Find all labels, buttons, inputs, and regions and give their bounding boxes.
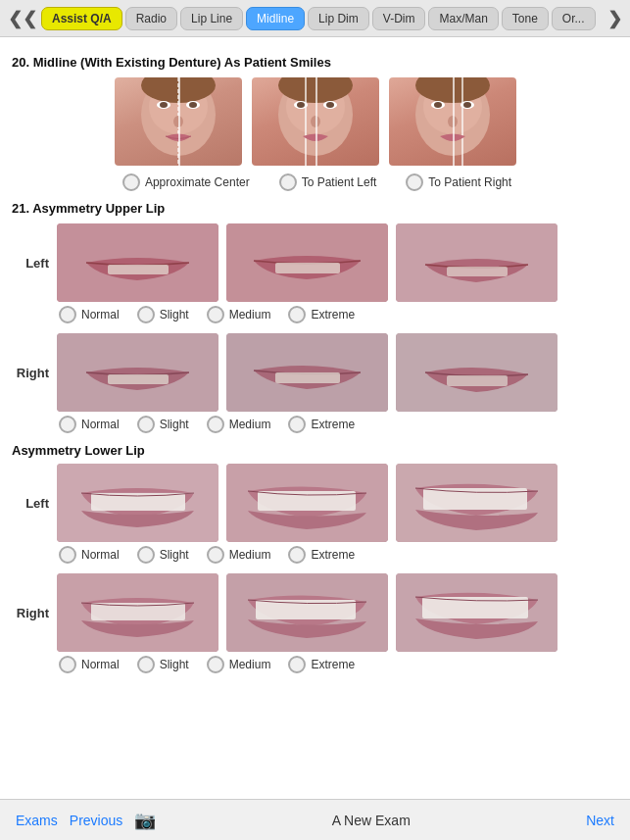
lower-right-normal[interactable]: Normal — [59, 656, 120, 673]
q20-radio-row: Approximate Center To Patient Left To Pa… — [16, 173, 618, 191]
q21-right-radio-row: Normal Slight Medium Extreme — [59, 416, 618, 433]
lower-left-medium[interactable]: Medium — [207, 546, 271, 564]
q21-left-slight[interactable]: Slight — [137, 306, 189, 323]
q20-label-left: To Patient Left — [302, 175, 377, 189]
q20-image-center — [115, 77, 242, 166]
tab-lip-line[interactable]: Lip Line — [180, 7, 243, 30]
lower-right-img1 — [57, 573, 218, 652]
tab-assist-qa[interactable]: Assist Q/A — [41, 7, 122, 30]
svg-rect-30 — [275, 263, 340, 273]
lower-left-normal[interactable]: Normal — [59, 546, 120, 564]
svg-point-23 — [434, 102, 442, 108]
q21-left-images — [57, 223, 557, 302]
svg-rect-36 — [275, 372, 340, 383]
svg-point-17 — [311, 116, 320, 127]
q21-left-label: Left — [12, 256, 49, 271]
q21-left-extreme[interactable]: Extreme — [288, 306, 355, 323]
svg-rect-44 — [423, 488, 527, 510]
q20-option-left[interactable]: To Patient Left — [279, 173, 377, 191]
bottom-bar: Exams Previous 📷 A New Exam Next — [0, 799, 630, 840]
q21-right-medium[interactable]: Medium — [207, 416, 271, 433]
tab-midline[interactable]: Midline — [246, 7, 305, 30]
next-button[interactable]: Next — [586, 813, 614, 828]
q21-left-normal[interactable]: Normal — [59, 306, 120, 323]
svg-point-14 — [297, 102, 305, 108]
svg-rect-28 — [108, 265, 169, 274]
lower-right-slight[interactable]: Slight — [137, 656, 189, 673]
lower-left-img1 — [57, 464, 218, 542]
bottom-left-controls: Exams Previous 📷 — [16, 810, 156, 831]
lower-right-medium[interactable]: Medium — [207, 656, 271, 673]
q20-image-right — [389, 77, 516, 166]
q21-left-radio-row: Normal Slight Medium Extreme — [59, 306, 618, 323]
svg-point-7 — [189, 102, 197, 108]
q21-left-medium[interactable]: Medium — [207, 306, 271, 323]
tab-v-dim[interactable]: V-Dim — [372, 7, 426, 30]
tab-max-man[interactable]: Max/Man — [428, 7, 498, 30]
lower-left-slight[interactable]: Slight — [137, 546, 189, 564]
q20-image-left — [252, 77, 379, 166]
q21-left-row: Left — [12, 223, 618, 302]
q20-option-right[interactable]: To Patient Right — [406, 173, 511, 191]
top-navigation: ❮❮ Assist Q/A Radio Lip Line Midline Lip… — [0, 0, 630, 37]
lower-right-row: Right — [12, 573, 618, 652]
svg-point-5 — [160, 102, 168, 108]
tab-tone[interactable]: Tone — [502, 7, 549, 30]
svg-rect-42 — [258, 491, 356, 511]
lower-left-extreme[interactable]: Extreme — [288, 546, 355, 564]
exam-name: A New Exam — [332, 813, 411, 828]
lower-right-images — [57, 573, 557, 652]
svg-point-16 — [326, 102, 334, 108]
q21-right-extreme[interactable]: Extreme — [288, 416, 355, 433]
main-content: 20. Midline (With Existing Denture) As P… — [0, 37, 630, 732]
lower-left-row: Left — [12, 464, 618, 542]
q21-right-img2 — [226, 333, 388, 412]
q21-right-images — [57, 333, 557, 412]
lower-left-radio-row: Normal Slight Medium Extreme — [59, 546, 618, 564]
tab-radio[interactable]: Radio — [125, 7, 177, 30]
exams-button[interactable]: Exams — [16, 813, 58, 828]
lower-left-images — [57, 464, 557, 542]
q21-right-row: Right — [12, 333, 618, 412]
tab-lip-dim[interactable]: Lip Dim — [308, 7, 369, 30]
q20-option-center[interactable]: Approximate Center — [122, 173, 250, 191]
q21-left-img3 — [396, 223, 557, 302]
q21-right-slight[interactable]: Slight — [137, 416, 189, 433]
q20-image-row — [12, 77, 618, 166]
lower-right-extreme[interactable]: Extreme — [288, 656, 355, 673]
lower-right-label: Right — [12, 606, 49, 620]
q20-label-center: Approximate Center — [145, 175, 250, 189]
svg-rect-38 — [447, 375, 508, 386]
q20-radio-left[interactable] — [279, 173, 297, 191]
q20-radio-right[interactable] — [406, 173, 423, 191]
svg-point-26 — [448, 116, 458, 127]
q20-label-right: To Patient Right — [428, 175, 511, 189]
nav-tab-list: Assist Q/A Radio Lip Line Midline Lip Di… — [41, 7, 604, 30]
lower-left-label: Left — [12, 496, 49, 511]
lower-right-radio-row: Normal Slight Medium Extreme — [59, 656, 618, 673]
lower-right-img3 — [396, 573, 557, 652]
lower-right-img2 — [226, 573, 388, 652]
q21-left-img1 — [57, 223, 218, 302]
q21-right-normal[interactable]: Normal — [59, 416, 120, 433]
svg-point-25 — [463, 102, 471, 108]
q21-right-img1 — [57, 333, 218, 412]
camera-icon[interactable]: 📷 — [134, 810, 156, 831]
svg-point-8 — [173, 116, 183, 127]
q21-left-img2 — [226, 223, 388, 302]
nav-forward-arrow[interactable]: ❯ — [604, 8, 626, 29]
asym-lower-title: Asymmetry Lower Lip — [12, 443, 618, 458]
q21-right-img3 — [396, 333, 557, 412]
svg-rect-34 — [108, 374, 169, 384]
svg-rect-32 — [447, 267, 508, 276]
q20-radio-center[interactable] — [122, 173, 140, 191]
lower-left-img2 — [226, 464, 388, 542]
q21-right-label: Right — [12, 366, 49, 380]
nav-back-arrow[interactable]: ❮❮ — [4, 8, 41, 29]
q21-title: 21. Asymmetry Upper Lip — [12, 201, 618, 216]
previous-button[interactable]: Previous — [70, 813, 122, 828]
tab-ore[interactable]: Or... — [552, 7, 596, 30]
q20-title: 20. Midline (With Existing Denture) As P… — [12, 55, 618, 70]
lower-left-img3 — [396, 464, 557, 542]
